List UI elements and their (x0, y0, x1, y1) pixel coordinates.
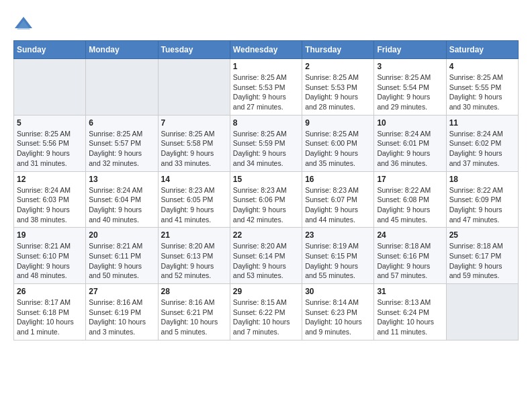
week-row-2: 5Sunrise: 8:25 AM Sunset: 5:56 PM Daylig… (14, 115, 519, 171)
day-cell: 17Sunrise: 8:22 AM Sunset: 6:08 PM Dayli… (374, 171, 446, 228)
week-row-3: 12Sunrise: 8:24 AM Sunset: 6:03 PM Dayli… (14, 171, 519, 228)
day-cell: 12Sunrise: 8:24 AM Sunset: 6:03 PM Dayli… (14, 171, 86, 228)
day-number: 7 (161, 118, 227, 128)
day-number: 23 (305, 230, 371, 240)
day-number: 6 (89, 118, 154, 128)
day-cell: 27Sunrise: 8:16 AM Sunset: 6:19 PM Dayli… (86, 284, 158, 340)
day-number: 12 (17, 175, 83, 184)
day-cell: 3Sunrise: 8:25 AM Sunset: 5:54 PM Daylig… (374, 59, 446, 116)
day-cell: 5Sunrise: 8:25 AM Sunset: 5:56 PM Daylig… (14, 115, 86, 171)
day-cell: 24Sunrise: 8:18 AM Sunset: 6:16 PM Dayli… (374, 228, 446, 284)
day-number: 1 (233, 62, 299, 71)
day-info: Sunrise: 8:16 AM Sunset: 6:21 PM Dayligh… (161, 298, 227, 337)
day-number: 20 (89, 230, 154, 240)
day-number: 14 (161, 175, 227, 184)
logo-icon (13, 13, 34, 34)
day-cell: 29Sunrise: 8:15 AM Sunset: 6:22 PM Dayli… (230, 284, 302, 340)
day-cell: 6Sunrise: 8:25 AM Sunset: 5:57 PM Daylig… (86, 115, 158, 171)
day-cell: 18Sunrise: 8:22 AM Sunset: 6:09 PM Dayli… (446, 171, 518, 228)
col-header-friday: Friday (374, 41, 446, 59)
day-info: Sunrise: 8:24 AM Sunset: 6:03 PM Dayligh… (17, 185, 83, 225)
col-header-thursday: Thursday (302, 41, 374, 59)
day-cell: 15Sunrise: 8:23 AM Sunset: 6:06 PM Dayli… (230, 171, 302, 228)
day-info: Sunrise: 8:25 AM Sunset: 5:54 PM Dayligh… (377, 73, 443, 112)
day-cell: 25Sunrise: 8:18 AM Sunset: 6:17 PM Dayli… (446, 228, 518, 284)
day-info: Sunrise: 8:24 AM Sunset: 6:02 PM Dayligh… (449, 129, 515, 169)
day-cell: 23Sunrise: 8:19 AM Sunset: 6:15 PM Dayli… (302, 228, 374, 284)
logo (13, 13, 35, 34)
day-cell: 2Sunrise: 8:25 AM Sunset: 5:53 PM Daylig… (302, 59, 374, 116)
day-number: 24 (377, 230, 443, 240)
day-cell: 28Sunrise: 8:16 AM Sunset: 6:21 PM Dayli… (158, 284, 230, 340)
day-info: Sunrise: 8:17 AM Sunset: 6:18 PM Dayligh… (17, 298, 83, 337)
day-cell: 7Sunrise: 8:25 AM Sunset: 5:58 PM Daylig… (158, 115, 230, 171)
day-number: 30 (305, 287, 371, 296)
day-cell: 10Sunrise: 8:24 AM Sunset: 6:01 PM Dayli… (374, 115, 446, 171)
day-number: 9 (305, 118, 371, 128)
day-info: Sunrise: 8:20 AM Sunset: 6:13 PM Dayligh… (161, 241, 227, 281)
day-info: Sunrise: 8:16 AM Sunset: 6:19 PM Dayligh… (89, 298, 154, 337)
day-info: Sunrise: 8:18 AM Sunset: 6:17 PM Dayligh… (449, 241, 515, 281)
day-cell (446, 284, 518, 340)
day-info: Sunrise: 8:23 AM Sunset: 6:06 PM Dayligh… (233, 185, 299, 225)
day-cell: 14Sunrise: 8:23 AM Sunset: 6:05 PM Dayli… (158, 171, 230, 228)
day-cell: 1Sunrise: 8:25 AM Sunset: 5:53 PM Daylig… (230, 59, 302, 116)
day-cell: 4Sunrise: 8:25 AM Sunset: 5:55 PM Daylig… (446, 59, 518, 116)
day-number: 16 (305, 175, 371, 184)
day-info: Sunrise: 8:22 AM Sunset: 6:09 PM Dayligh… (449, 185, 515, 225)
day-number: 2 (305, 62, 371, 71)
day-cell: 31Sunrise: 8:13 AM Sunset: 6:24 PM Dayli… (374, 284, 446, 340)
day-cell: 16Sunrise: 8:23 AM Sunset: 6:07 PM Dayli… (302, 171, 374, 228)
day-number: 13 (89, 175, 154, 184)
col-header-tuesday: Tuesday (158, 41, 230, 59)
col-header-monday: Monday (86, 41, 158, 59)
day-number: 4 (449, 62, 515, 71)
day-cell (14, 59, 86, 116)
day-info: Sunrise: 8:19 AM Sunset: 6:15 PM Dayligh… (305, 241, 371, 281)
calendar-table: SundayMondayTuesdayWednesdayThursdayFrid… (13, 40, 519, 340)
day-info: Sunrise: 8:25 AM Sunset: 5:57 PM Dayligh… (89, 129, 154, 169)
day-info: Sunrise: 8:24 AM Sunset: 6:04 PM Dayligh… (89, 185, 154, 225)
day-info: Sunrise: 8:21 AM Sunset: 6:11 PM Dayligh… (89, 241, 154, 281)
day-info: Sunrise: 8:14 AM Sunset: 6:23 PM Dayligh… (305, 298, 371, 337)
day-number: 3 (377, 62, 443, 71)
day-info: Sunrise: 8:15 AM Sunset: 6:22 PM Dayligh… (233, 298, 299, 337)
day-cell: 8Sunrise: 8:25 AM Sunset: 5:59 PM Daylig… (230, 115, 302, 171)
day-info: Sunrise: 8:23 AM Sunset: 6:07 PM Dayligh… (305, 185, 371, 225)
day-number: 15 (233, 175, 299, 184)
day-number: 8 (233, 118, 299, 128)
day-info: Sunrise: 8:25 AM Sunset: 5:56 PM Dayligh… (17, 129, 83, 169)
day-number: 31 (377, 287, 443, 296)
col-header-saturday: Saturday (446, 41, 518, 59)
day-number: 18 (449, 175, 515, 184)
day-number: 28 (161, 287, 227, 296)
week-row-1: 1Sunrise: 8:25 AM Sunset: 5:53 PM Daylig… (14, 59, 519, 116)
day-cell (158, 59, 230, 116)
day-cell: 22Sunrise: 8:20 AM Sunset: 6:14 PM Dayli… (230, 228, 302, 284)
day-info: Sunrise: 8:20 AM Sunset: 6:14 PM Dayligh… (233, 241, 299, 281)
day-info: Sunrise: 8:18 AM Sunset: 6:16 PM Dayligh… (377, 241, 443, 281)
day-number: 25 (449, 230, 515, 240)
day-cell: 21Sunrise: 8:20 AM Sunset: 6:13 PM Dayli… (158, 228, 230, 284)
day-cell: 30Sunrise: 8:14 AM Sunset: 6:23 PM Dayli… (302, 284, 374, 340)
day-number: 27 (89, 287, 154, 296)
day-info: Sunrise: 8:21 AM Sunset: 6:10 PM Dayligh… (17, 241, 83, 281)
col-header-wednesday: Wednesday (230, 41, 302, 59)
day-number: 5 (17, 118, 83, 128)
day-cell: 9Sunrise: 8:25 AM Sunset: 6:00 PM Daylig… (302, 115, 374, 171)
day-info: Sunrise: 8:25 AM Sunset: 5:53 PM Dayligh… (233, 73, 299, 112)
day-number: 19 (17, 230, 83, 240)
day-number: 21 (161, 230, 227, 240)
day-info: Sunrise: 8:25 AM Sunset: 6:00 PM Dayligh… (305, 129, 371, 169)
day-number: 17 (377, 175, 443, 184)
col-header-sunday: Sunday (14, 41, 86, 59)
day-cell: 26Sunrise: 8:17 AM Sunset: 6:18 PM Dayli… (14, 284, 86, 340)
day-info: Sunrise: 8:22 AM Sunset: 6:08 PM Dayligh… (377, 185, 443, 225)
day-number: 22 (233, 230, 299, 240)
day-number: 11 (449, 118, 515, 128)
day-cell: 19Sunrise: 8:21 AM Sunset: 6:10 PM Dayli… (14, 228, 86, 284)
day-info: Sunrise: 8:25 AM Sunset: 5:53 PM Dayligh… (305, 73, 371, 112)
week-row-4: 19Sunrise: 8:21 AM Sunset: 6:10 PM Dayli… (14, 228, 519, 284)
day-number: 29 (233, 287, 299, 296)
day-cell: 13Sunrise: 8:24 AM Sunset: 6:04 PM Dayli… (86, 171, 158, 228)
